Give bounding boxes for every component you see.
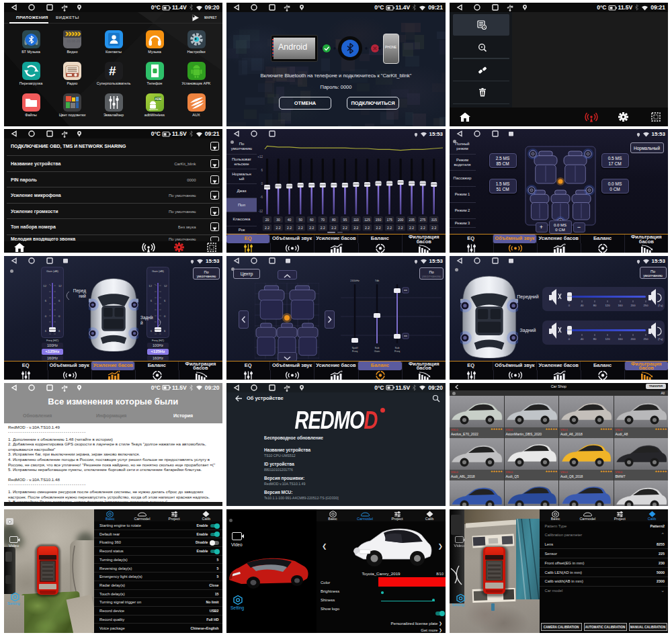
svg-text:30: 30 — [276, 218, 280, 222]
svg-text:2.2: 2.2 — [365, 226, 370, 230]
svg-text:2.2: 2.2 — [309, 226, 314, 230]
svg-text:6: 6 — [261, 169, 263, 172]
svg-text:250: 250 — [643, 304, 648, 307]
svg-text:(Гц): (Гц) — [658, 337, 663, 341]
svg-text:2.2: 2.2 — [331, 226, 336, 230]
svg-text:20: 20 — [265, 218, 269, 222]
svg-text:0: 0 — [261, 182, 263, 185]
svg-text:Freq: Freq — [394, 349, 400, 353]
svg-text:200: 200 — [398, 218, 404, 222]
svg-text:2.2: 2.2 — [431, 226, 436, 230]
svg-text:235: 235 — [409, 218, 415, 222]
svg-text:2.2: 2.2 — [298, 226, 303, 230]
svg-text:Freq: Freq — [352, 349, 358, 353]
svg-text:80: 80 — [332, 218, 336, 222]
svg-text:250: 250 — [643, 337, 648, 341]
svg-text:2.2: 2.2 — [343, 226, 347, 230]
svg-text:200: 200 — [630, 304, 636, 307]
svg-text:2.2: 2.2 — [421, 226, 425, 230]
svg-text:2.2: 2.2 — [353, 226, 358, 230]
svg-text:120: 120 — [605, 304, 610, 307]
svg-text:315: 315 — [431, 218, 437, 222]
svg-text:03.08.29: 03.08.29 — [67, 39, 81, 43]
svg-text:0: 0 — [568, 304, 570, 307]
svg-text:240kHz: 240kHz — [350, 279, 360, 282]
svg-text:125: 125 — [364, 218, 370, 222]
svg-text:-12: -12 — [258, 210, 263, 213]
svg-text:80: 80 — [593, 304, 596, 307]
svg-text:wireless: wireless — [149, 108, 158, 111]
svg-text:Gain (dB): Gain (dB) — [152, 269, 165, 273]
svg-text:12: 12 — [149, 284, 152, 288]
svg-text:50: 50 — [298, 218, 302, 222]
svg-text:40: 40 — [580, 337, 583, 341]
svg-text:150: 150 — [376, 218, 382, 222]
svg-text:200: 200 — [630, 337, 636, 341]
svg-text:+12: +12 — [257, 155, 263, 159]
svg-text:2.2: 2.2 — [409, 226, 414, 230]
svg-text:110: 110 — [353, 218, 359, 222]
svg-text:#: # — [109, 64, 116, 78]
svg-text:(Гц): (Гц) — [658, 304, 663, 307]
svg-text:40: 40 — [288, 218, 292, 222]
svg-text:60: 60 — [310, 218, 314, 222]
svg-text:12: 12 — [164, 284, 167, 288]
svg-text:95: 95 — [343, 218, 347, 222]
svg-text:2.2: 2.2 — [265, 226, 269, 230]
svg-text:2.2: 2.2 — [287, 226, 292, 230]
svg-text:160: 160 — [618, 304, 623, 307]
svg-text:-6: -6 — [260, 196, 263, 199]
svg-text:2.2: 2.2 — [376, 226, 381, 230]
svg-text:0: 0 — [568, 337, 570, 341]
svg-text:120: 120 — [605, 337, 610, 341]
svg-text:Gain (dB): Gain (dB) — [46, 269, 59, 273]
svg-text:40: 40 — [580, 304, 583, 307]
svg-text:2.2: 2.2 — [321, 226, 325, 230]
svg-text:12: 12 — [43, 284, 46, 288]
svg-text:2.2: 2.2 — [387, 226, 392, 230]
svg-text:275: 275 — [420, 218, 426, 222]
svg-text:2.2: 2.2 — [276, 226, 281, 230]
svg-text:Gain: Gain — [374, 349, 380, 353]
svg-text:70: 70 — [321, 218, 325, 222]
svg-text:175: 175 — [386, 218, 392, 222]
svg-text:2.2: 2.2 — [398, 226, 403, 230]
svg-text:160: 160 — [618, 337, 623, 341]
svg-text:80: 80 — [593, 337, 596, 341]
svg-text:ADB: ADB — [155, 97, 161, 101]
svg-text:7db: 7db — [375, 279, 380, 282]
svg-text:12: 12 — [58, 284, 62, 288]
